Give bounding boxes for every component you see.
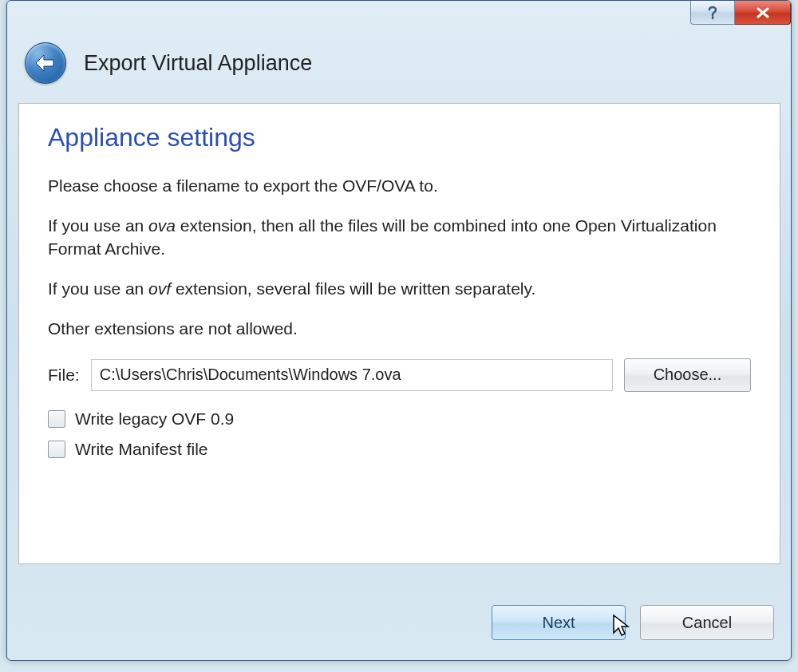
- wizard-title: Export Virtual Appliance: [84, 51, 312, 76]
- instruction-ovf: If you use an ovf extension, several fil…: [48, 278, 751, 300]
- instruction-ova: If you use an ova extension, then all th…: [48, 215, 751, 260]
- instruction-ovf-post: extension, several files will be written…: [171, 279, 535, 298]
- titlebar-buttons: [690, 1, 791, 25]
- cancel-button[interactable]: Cancel: [640, 605, 774, 640]
- header: Export Virtual Appliance: [7, 30, 791, 101]
- close-button[interactable]: [735, 1, 791, 25]
- file-row: File: Choose...: [48, 358, 751, 392]
- help-icon: [705, 6, 720, 20]
- checkbox-row-manifest: Write Manifest file: [48, 440, 751, 459]
- choose-button[interactable]: Choose...: [624, 358, 751, 392]
- window-frame: Export Virtual Appliance Appliance setti…: [6, 0, 792, 661]
- legacy-ovf-label: Write legacy OVF 0.9: [75, 409, 234, 429]
- file-path-input[interactable]: [91, 359, 613, 391]
- legacy-ovf-checkbox[interactable]: [48, 410, 65, 428]
- instruction-ova-pre: If you use an: [48, 216, 148, 235]
- instruction-ova-em: ova: [148, 216, 176, 235]
- instruction-filename: Please choose a filename to export the O…: [48, 175, 751, 197]
- instruction-ovf-pre: If you use an: [48, 279, 148, 298]
- back-arrow-icon: [33, 53, 58, 73]
- section-heading: Appliance settings: [48, 123, 751, 152]
- close-icon: [754, 6, 772, 19]
- instruction-ovf-em: ovf: [148, 279, 171, 298]
- content-panel: Appliance settings Please choose a filen…: [18, 103, 780, 564]
- instruction-other: Other extensions are not allowed.: [48, 318, 751, 340]
- manifest-label: Write Manifest file: [75, 440, 208, 459]
- help-button[interactable]: [690, 1, 735, 25]
- titlebar: [7, 1, 791, 30]
- checkbox-row-legacy: Write legacy OVF 0.9: [48, 409, 751, 429]
- next-button[interactable]: Next: [492, 605, 626, 640]
- footer: Next Cancel: [18, 599, 780, 646]
- manifest-checkbox[interactable]: [48, 441, 65, 458]
- back-button[interactable]: [25, 42, 66, 84]
- file-label: File:: [48, 366, 80, 385]
